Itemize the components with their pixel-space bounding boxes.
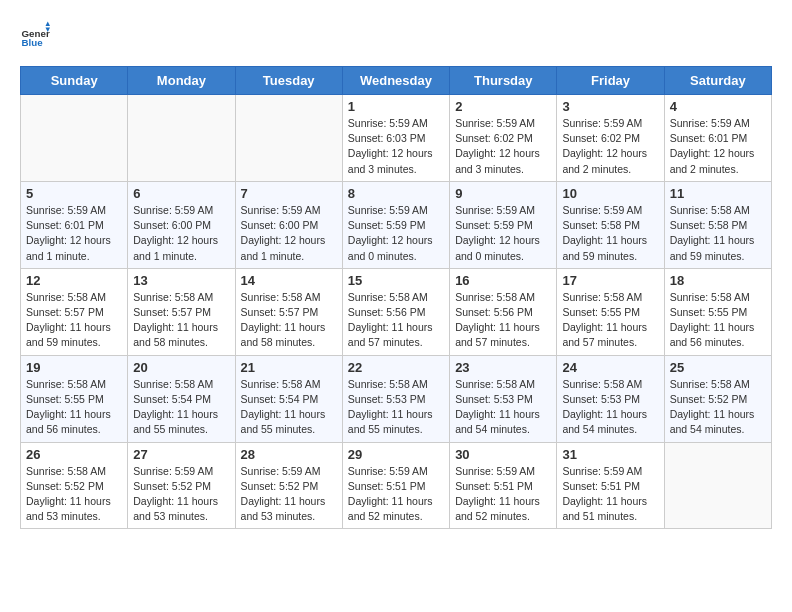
calendar-cell: 28Sunrise: 5:59 AM Sunset: 5:52 PM Dayli… — [235, 442, 342, 529]
calendar-cell: 1Sunrise: 5:59 AM Sunset: 6:03 PM Daylig… — [342, 95, 449, 182]
calendar-cell: 30Sunrise: 5:59 AM Sunset: 5:51 PM Dayli… — [450, 442, 557, 529]
day-number: 6 — [133, 186, 229, 201]
day-info: Sunrise: 5:58 AM Sunset: 5:52 PM Dayligh… — [670, 377, 766, 438]
calendar-week-row: 12Sunrise: 5:58 AM Sunset: 5:57 PM Dayli… — [21, 268, 772, 355]
calendar-cell: 4Sunrise: 5:59 AM Sunset: 6:01 PM Daylig… — [664, 95, 771, 182]
day-number: 23 — [455, 360, 551, 375]
day-number: 5 — [26, 186, 122, 201]
weekday-header-sunday: Sunday — [21, 67, 128, 95]
day-number: 20 — [133, 360, 229, 375]
day-info: Sunrise: 5:59 AM Sunset: 5:51 PM Dayligh… — [348, 464, 444, 525]
calendar-cell: 13Sunrise: 5:58 AM Sunset: 5:57 PM Dayli… — [128, 268, 235, 355]
day-number: 25 — [670, 360, 766, 375]
day-info: Sunrise: 5:58 AM Sunset: 5:53 PM Dayligh… — [348, 377, 444, 438]
calendar-cell: 29Sunrise: 5:59 AM Sunset: 5:51 PM Dayli… — [342, 442, 449, 529]
day-info: Sunrise: 5:59 AM Sunset: 5:52 PM Dayligh… — [133, 464, 229, 525]
day-number: 7 — [241, 186, 337, 201]
day-number: 31 — [562, 447, 658, 462]
day-number: 21 — [241, 360, 337, 375]
day-info: Sunrise: 5:58 AM Sunset: 5:52 PM Dayligh… — [26, 464, 122, 525]
calendar-cell: 11Sunrise: 5:58 AM Sunset: 5:58 PM Dayli… — [664, 181, 771, 268]
day-info: Sunrise: 5:59 AM Sunset: 6:02 PM Dayligh… — [455, 116, 551, 177]
day-info: Sunrise: 5:59 AM Sunset: 5:58 PM Dayligh… — [562, 203, 658, 264]
calendar-cell: 15Sunrise: 5:58 AM Sunset: 5:56 PM Dayli… — [342, 268, 449, 355]
day-info: Sunrise: 5:59 AM Sunset: 6:00 PM Dayligh… — [241, 203, 337, 264]
day-number: 27 — [133, 447, 229, 462]
day-number: 22 — [348, 360, 444, 375]
day-info: Sunrise: 5:59 AM Sunset: 5:59 PM Dayligh… — [455, 203, 551, 264]
day-number: 17 — [562, 273, 658, 288]
calendar-cell: 25Sunrise: 5:58 AM Sunset: 5:52 PM Dayli… — [664, 355, 771, 442]
day-info: Sunrise: 5:58 AM Sunset: 5:55 PM Dayligh… — [670, 290, 766, 351]
day-info: Sunrise: 5:58 AM Sunset: 5:54 PM Dayligh… — [241, 377, 337, 438]
day-info: Sunrise: 5:58 AM Sunset: 5:57 PM Dayligh… — [241, 290, 337, 351]
calendar-cell: 22Sunrise: 5:58 AM Sunset: 5:53 PM Dayli… — [342, 355, 449, 442]
day-info: Sunrise: 5:58 AM Sunset: 5:53 PM Dayligh… — [562, 377, 658, 438]
calendar-cell: 5Sunrise: 5:59 AM Sunset: 6:01 PM Daylig… — [21, 181, 128, 268]
day-number: 15 — [348, 273, 444, 288]
weekday-header-row: SundayMondayTuesdayWednesdayThursdayFrid… — [21, 67, 772, 95]
day-info: Sunrise: 5:58 AM Sunset: 5:54 PM Dayligh… — [133, 377, 229, 438]
day-number: 19 — [26, 360, 122, 375]
day-info: Sunrise: 5:59 AM Sunset: 5:52 PM Dayligh… — [241, 464, 337, 525]
day-info: Sunrise: 5:59 AM Sunset: 5:51 PM Dayligh… — [562, 464, 658, 525]
logo: General Blue — [20, 20, 50, 50]
calendar-week-row: 26Sunrise: 5:58 AM Sunset: 5:52 PM Dayli… — [21, 442, 772, 529]
day-number: 2 — [455, 99, 551, 114]
day-number: 1 — [348, 99, 444, 114]
svg-marker-2 — [46, 22, 51, 27]
weekday-header-monday: Monday — [128, 67, 235, 95]
weekday-header-saturday: Saturday — [664, 67, 771, 95]
day-info: Sunrise: 5:59 AM Sunset: 6:02 PM Dayligh… — [562, 116, 658, 177]
calendar-week-row: 19Sunrise: 5:58 AM Sunset: 5:55 PM Dayli… — [21, 355, 772, 442]
day-info: Sunrise: 5:58 AM Sunset: 5:53 PM Dayligh… — [455, 377, 551, 438]
day-info: Sunrise: 5:58 AM Sunset: 5:57 PM Dayligh… — [133, 290, 229, 351]
day-info: Sunrise: 5:58 AM Sunset: 5:55 PM Dayligh… — [562, 290, 658, 351]
calendar-cell: 26Sunrise: 5:58 AM Sunset: 5:52 PM Dayli… — [21, 442, 128, 529]
calendar-cell: 10Sunrise: 5:59 AM Sunset: 5:58 PM Dayli… — [557, 181, 664, 268]
day-info: Sunrise: 5:58 AM Sunset: 5:55 PM Dayligh… — [26, 377, 122, 438]
calendar-table: SundayMondayTuesdayWednesdayThursdayFrid… — [20, 66, 772, 529]
day-number: 13 — [133, 273, 229, 288]
calendar-cell: 12Sunrise: 5:58 AM Sunset: 5:57 PM Dayli… — [21, 268, 128, 355]
day-number: 18 — [670, 273, 766, 288]
calendar-cell: 14Sunrise: 5:58 AM Sunset: 5:57 PM Dayli… — [235, 268, 342, 355]
day-info: Sunrise: 5:59 AM Sunset: 6:00 PM Dayligh… — [133, 203, 229, 264]
svg-text:Blue: Blue — [22, 37, 44, 48]
day-info: Sunrise: 5:59 AM Sunset: 6:03 PM Dayligh… — [348, 116, 444, 177]
day-number: 8 — [348, 186, 444, 201]
calendar-cell — [664, 442, 771, 529]
day-number: 28 — [241, 447, 337, 462]
day-number: 10 — [562, 186, 658, 201]
calendar-body: 1Sunrise: 5:59 AM Sunset: 6:03 PM Daylig… — [21, 95, 772, 529]
day-number: 3 — [562, 99, 658, 114]
day-number: 16 — [455, 273, 551, 288]
calendar-cell: 8Sunrise: 5:59 AM Sunset: 5:59 PM Daylig… — [342, 181, 449, 268]
calendar-cell — [128, 95, 235, 182]
day-info: Sunrise: 5:58 AM Sunset: 5:57 PM Dayligh… — [26, 290, 122, 351]
page-header: General Blue — [20, 20, 772, 50]
calendar-cell: 31Sunrise: 5:59 AM Sunset: 5:51 PM Dayli… — [557, 442, 664, 529]
calendar-cell: 21Sunrise: 5:58 AM Sunset: 5:54 PM Dayli… — [235, 355, 342, 442]
calendar-cell: 16Sunrise: 5:58 AM Sunset: 5:56 PM Dayli… — [450, 268, 557, 355]
calendar-header: SundayMondayTuesdayWednesdayThursdayFrid… — [21, 67, 772, 95]
weekday-header-wednesday: Wednesday — [342, 67, 449, 95]
calendar-cell: 3Sunrise: 5:59 AM Sunset: 6:02 PM Daylig… — [557, 95, 664, 182]
calendar-cell: 9Sunrise: 5:59 AM Sunset: 5:59 PM Daylig… — [450, 181, 557, 268]
calendar-cell: 24Sunrise: 5:58 AM Sunset: 5:53 PM Dayli… — [557, 355, 664, 442]
day-number: 9 — [455, 186, 551, 201]
day-info: Sunrise: 5:58 AM Sunset: 5:58 PM Dayligh… — [670, 203, 766, 264]
day-number: 12 — [26, 273, 122, 288]
day-info: Sunrise: 5:59 AM Sunset: 6:01 PM Dayligh… — [670, 116, 766, 177]
calendar-cell: 2Sunrise: 5:59 AM Sunset: 6:02 PM Daylig… — [450, 95, 557, 182]
weekday-header-friday: Friday — [557, 67, 664, 95]
logo-icon: General Blue — [20, 20, 50, 50]
calendar-week-row: 5Sunrise: 5:59 AM Sunset: 6:01 PM Daylig… — [21, 181, 772, 268]
day-number: 24 — [562, 360, 658, 375]
day-number: 26 — [26, 447, 122, 462]
day-number: 30 — [455, 447, 551, 462]
day-number: 14 — [241, 273, 337, 288]
day-number: 4 — [670, 99, 766, 114]
weekday-header-tuesday: Tuesday — [235, 67, 342, 95]
calendar-cell: 20Sunrise: 5:58 AM Sunset: 5:54 PM Dayli… — [128, 355, 235, 442]
